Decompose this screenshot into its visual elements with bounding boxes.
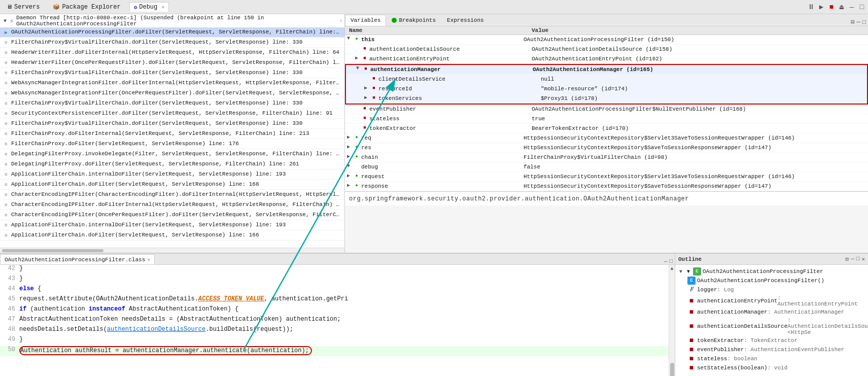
outline-field-te[interactable]: ■ tokenExtractor : TokenExtractor bbox=[675, 336, 868, 345]
stack-frame-7[interactable]: ≡ FilterChainProxy$VirtualFilterChain.do… bbox=[0, 98, 344, 109]
stack-frame-19[interactable]: ≡ ApplicationFilterChain.internalDoFilte… bbox=[0, 220, 344, 230]
outline-expand-root[interactable]: ▼ bbox=[679, 269, 685, 275]
outline-field-logger[interactable]: 𝐹 logger : Log bbox=[675, 285, 868, 294]
outline-method-setstateless[interactable]: ■ setStateless(boolean) : void bbox=[675, 363, 868, 372]
stack-frame-13[interactable]: ≡ DelegatingFilterProxy.doFilter(Servlet… bbox=[0, 159, 344, 169]
suspend-icon[interactable]: ⏸ bbox=[807, 3, 815, 11]
outline-field-am[interactable]: ■ authenticationManager : Authentication… bbox=[675, 307, 868, 317]
frame-icon-17: ≡ bbox=[2, 201, 10, 209]
var-resource-id[interactable]: ▶ ■ resourceId "mobile-resource" (id=174… bbox=[346, 84, 867, 94]
stack-frame-14[interactable]: ≡ ApplicationFilterChain.internalDoFilte… bbox=[0, 169, 344, 180]
code-scrollbar[interactable]: ▲ ▼ bbox=[669, 265, 675, 376]
variables-list[interactable]: ▼ ● this OAuth2AuthenticationProcessingF… bbox=[345, 35, 868, 191]
var-client-details[interactable]: ■ clientDetailsService null bbox=[346, 75, 867, 84]
var-token-extractor[interactable]: ■ tokenExtractor BearerTokenExtractor (i… bbox=[345, 124, 868, 133]
outline-field-aep[interactable]: ■ authenticationEntryPoint : Authenticat… bbox=[675, 294, 868, 307]
outline-content[interactable]: ▼ ▼ C OAuth2AuthenticationProcessingFilt… bbox=[675, 265, 868, 376]
var-stateless[interactable]: ■ stateless true bbox=[345, 114, 868, 124]
outline-field-ep[interactable]: ■ eventPublisher : AuthenticationEventPu… bbox=[675, 345, 868, 354]
expand-request[interactable]: ▶ bbox=[347, 173, 353, 179]
outline-am-name: authenticationManager bbox=[697, 309, 768, 315]
var-auth-details-source[interactable]: ■ authenticationDetailsSource OAuth2Auth… bbox=[345, 45, 868, 54]
outline-field-stateless[interactable]: ■ stateless : boolean bbox=[675, 354, 868, 363]
tab-package-explorer[interactable]: 📦 Package Explorer bbox=[48, 2, 125, 12]
outline-field-icon-setstateless: ■ bbox=[687, 364, 696, 372]
frame-icon-14: ≡ bbox=[2, 170, 10, 179]
outline-class-root[interactable]: ▼ ▼ C OAuth2AuthenticationProcessingFilt… bbox=[675, 267, 868, 276]
stack-frame-17[interactable]: ≡ CharacterEncodingIPFilter.doFilterInte… bbox=[0, 200, 344, 210]
expand-ts[interactable]: ▶ bbox=[364, 94, 370, 100]
expand-rid[interactable]: ▶ bbox=[364, 85, 370, 91]
expand-req[interactable]: ▶ bbox=[347, 134, 353, 140]
thread-item[interactable]: ▼ ⚡ Daemon Thread [http-nio-8080-exec-1]… bbox=[0, 14, 344, 27]
collapse-all-icon[interactable]: ⊟ bbox=[851, 18, 854, 26]
stack-frame-0[interactable]: ▶ OAuth2AuthenticationProcessingFilter.d… bbox=[0, 27, 344, 38]
expand-icon[interactable]: ▼ bbox=[2, 18, 8, 24]
var-auth-manager[interactable]: ▼ ■ authenticationManager OAuth2Authenti… bbox=[346, 65, 867, 75]
maximize-view-icon[interactable]: □ bbox=[862, 19, 866, 26]
stack-frame-9[interactable]: ≡ FilterChainProxy$VirtualFilterChain.do… bbox=[0, 119, 344, 129]
minimize-icon[interactable]: — bbox=[848, 3, 856, 11]
breakpoints-dot bbox=[392, 18, 397, 23]
minimize-code-icon[interactable]: — bbox=[664, 258, 668, 264]
tab-debug-label: Debug bbox=[139, 4, 157, 11]
stop-icon[interactable]: ■ bbox=[827, 3, 836, 11]
stack-frame-16[interactable]: ≡ CharacterEncodingIPFilter(CharacterEnc… bbox=[0, 190, 344, 200]
stack-frame-18[interactable]: ≡ CharacterEncodingIPFilter(OncePerReque… bbox=[0, 210, 344, 220]
resume-icon[interactable]: ▶ bbox=[817, 3, 825, 11]
horizontal-scrollbar[interactable] bbox=[0, 248, 344, 253]
stack-frame-12[interactable]: ≡ DelegatingFilterProxy.invokeDelegate(F… bbox=[0, 149, 344, 159]
tab-servers[interactable]: 🖥 Servers bbox=[2, 2, 44, 12]
outline-icon-1[interactable]: ⊟ bbox=[846, 256, 849, 262]
expand-debug[interactable]: ● bbox=[347, 163, 353, 168]
code-tab-main[interactable]: OAuth2AuthenticationProcessingFilter.cla… bbox=[0, 254, 155, 264]
var-chain[interactable]: ▶ ● chain FilterChainProxy$VirtualFilter… bbox=[345, 153, 868, 162]
frame-icon-18: ≡ bbox=[2, 211, 10, 219]
stack-frame-2[interactable]: ≡ HeaderWriterFilter.doFilterInternal(Ht… bbox=[0, 48, 344, 58]
var-value-req: HttpSessionSecurityContextRepository$Ser… bbox=[524, 134, 866, 142]
outline-close-icon[interactable]: ✕ bbox=[861, 256, 865, 262]
stack-frame-5[interactable]: ≡ WebAsyncManagerIntegrationFilter.doFil… bbox=[0, 78, 344, 88]
tab-debug[interactable]: ⚙ Debug ✕ bbox=[129, 2, 169, 12]
var-debug[interactable]: ● ● debug false bbox=[345, 162, 868, 172]
expand-res[interactable]: ▶ bbox=[347, 144, 353, 150]
maximize-icon[interactable]: □ bbox=[858, 3, 866, 11]
expand-this[interactable]: ▼ bbox=[347, 36, 353, 41]
maximize-code-icon[interactable]: □ bbox=[669, 258, 673, 264]
outline-field-ads[interactable]: ■ authenticationDetailsSource : Authenti… bbox=[675, 317, 868, 336]
tab-expressions[interactable]: Expressions bbox=[441, 15, 490, 26]
close-icon[interactable]: ✕ bbox=[161, 4, 164, 10]
var-this[interactable]: ▼ ● this OAuth2AuthenticationProcessingF… bbox=[345, 35, 868, 45]
stack-list[interactable]: ▼ ⚡ Daemon Thread [http-nio-8080-exec-1]… bbox=[0, 14, 344, 248]
var-request[interactable]: ▶ ● request HttpSessionSecurityContextRe… bbox=[345, 172, 868, 182]
expand-chain[interactable]: ▶ bbox=[347, 153, 353, 159]
scroll-thumb[interactable] bbox=[670, 363, 674, 376]
stack-frame-10[interactable]: ≡ FilterChainProxy.doFilterInternal(Serv… bbox=[0, 129, 344, 139]
expand-response[interactable]: ▶ bbox=[347, 182, 353, 188]
var-auth-entry-point[interactable]: ▶ ■ authenticationEntryPoint OAuth2Authe… bbox=[345, 54, 868, 64]
stack-frame-3[interactable]: ≡ HeaderWriterFilter(OncePerRequestFilte… bbox=[0, 58, 344, 68]
minimize-view-icon[interactable]: — bbox=[857, 19, 860, 26]
var-event-publisher[interactable]: ■ eventPublisher OAuth2AuthenticationPro… bbox=[345, 105, 868, 114]
outline-minimize-icon[interactable]: — bbox=[851, 256, 854, 262]
tab-variables[interactable]: Variables bbox=[345, 15, 386, 26]
var-res[interactable]: ▶ ● res HttpSessionSecurityContextReposi… bbox=[345, 143, 868, 153]
stack-frame-15[interactable]: ≡ ApplicationFilterChain.doFilter(Servle… bbox=[0, 180, 344, 190]
expand-am[interactable]: ▼ bbox=[356, 65, 362, 71]
scroll-up-icon[interactable]: ▲ bbox=[670, 266, 673, 271]
var-response[interactable]: ▶ ● response HttpSessionSecurityContextR… bbox=[345, 182, 868, 191]
var-token-services[interactable]: ▶ ■ tokenServices $Proxy31 (id=178) bbox=[346, 94, 867, 104]
stack-frame-4[interactable]: ≡ FilterChainProxy$VirtualFilterChain.do… bbox=[0, 68, 344, 78]
var-req[interactable]: ▶ ● req HttpSessionSecurityContextReposi… bbox=[345, 133, 868, 143]
stack-frame-20[interactable]: ≡ ApplicationFilterChain.doFilter(Servle… bbox=[0, 230, 344, 241]
outline-constructor[interactable]: C OAuth2AuthenticationProcessingFilter() bbox=[675, 276, 868, 285]
stack-frame-6[interactable]: ≡ WebAsyncManagerIntegrationFilter(OnceP… bbox=[0, 88, 344, 98]
code-tab-close-icon[interactable]: ✕ bbox=[147, 257, 150, 263]
stack-frame-1[interactable]: ≡ FilterChainProxy$VirtualFilterChain.do… bbox=[0, 38, 344, 48]
tab-breakpoints[interactable]: Breakpoints bbox=[386, 15, 441, 26]
outline-maximize-icon[interactable]: □ bbox=[856, 256, 860, 262]
expand-aep[interactable]: ▶ bbox=[355, 55, 361, 61]
disconnect-icon[interactable]: ⏏ bbox=[838, 3, 846, 11]
stack-frame-8[interactable]: ≡ SecurityContextPersistenceFilter.doFil… bbox=[0, 109, 344, 119]
stack-frame-11[interactable]: ≡ FilterChainProxy.doFilter(ServletReque… bbox=[0, 139, 344, 149]
